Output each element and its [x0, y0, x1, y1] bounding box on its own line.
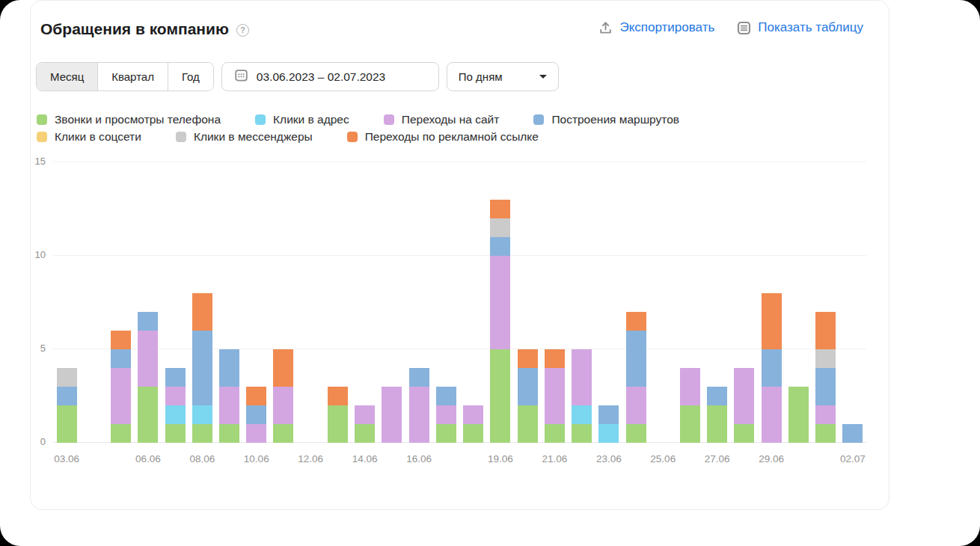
bar-segment	[490, 256, 510, 349]
bar-segment	[165, 368, 186, 387]
bar-segment	[463, 424, 483, 443]
legend-swatch-icon	[37, 132, 47, 142]
bar-segment	[572, 349, 592, 405]
granularity-value: По дням	[459, 70, 503, 83]
bar-segment	[734, 424, 754, 443]
bar-segment	[165, 424, 186, 443]
bar-segment	[598, 405, 619, 424]
legend-swatch-icon	[37, 114, 47, 125]
bar-segment	[436, 424, 456, 443]
legend-row: Клики в соцсетиКлики в мессенджерыПерехо…	[37, 130, 889, 144]
bar-segment	[328, 405, 348, 443]
x-axis-tick-label: 12.06	[298, 453, 323, 464]
bar-stack-09.06	[219, 349, 239, 443]
bar-segment	[111, 349, 131, 368]
x-axis-tick-label: 19.06	[488, 453, 513, 464]
tab-month[interactable]: Месяц	[37, 63, 97, 91]
bar-segment	[680, 405, 700, 443]
bar-segment	[842, 424, 863, 443]
bar-segment	[762, 387, 782, 443]
bar-segment	[788, 387, 809, 443]
bar-segment	[57, 368, 77, 387]
bar-segment	[815, 424, 836, 443]
date-range-input[interactable]: 03.06.2023 – 02.07.2023	[221, 62, 439, 91]
bar-segment	[734, 368, 754, 424]
card-header: Обращения в компанию ? Экспортировать	[31, 1, 889, 40]
legend-label: Звонки и просмотры телефона	[55, 113, 221, 126]
legend-label: Клики в мессенджеры	[194, 130, 313, 144]
legend-item[interactable]: Звонки и просмотры телефона	[37, 113, 221, 126]
y-axis-tick-label: 15	[19, 156, 46, 167]
bar-segment	[545, 349, 565, 368]
legend-item[interactable]: Клики в мессенджеры	[176, 130, 313, 144]
bar-stack-17.06	[436, 387, 456, 443]
bar-segment	[57, 387, 77, 405]
bar-stack-28.06	[734, 368, 754, 443]
bar-segment	[815, 368, 836, 405]
period-segmented-control: Месяц Квартал Год	[36, 62, 214, 91]
bar-stack-24.06	[626, 312, 646, 443]
legend-item[interactable]: Клики в адрес	[255, 113, 349, 126]
bar-segment	[192, 331, 212, 405]
help-icon[interactable]: ?	[236, 24, 249, 37]
bar-stack-06.06	[138, 312, 158, 443]
granularity-select[interactable]: По дням	[447, 62, 559, 91]
bar-segment	[192, 424, 212, 443]
export-label: Экспортировать	[619, 20, 714, 35]
legend-label: Переходы на сайт	[402, 113, 500, 126]
legend-swatch-icon	[384, 114, 394, 125]
bar-segment	[246, 405, 266, 424]
y-axis-tick-label: 5	[19, 343, 46, 354]
bar-stack-18.06	[463, 405, 483, 443]
x-axis-tick-label: 29.06	[759, 453, 784, 464]
legend-swatch-icon	[255, 114, 266, 125]
gridline	[53, 162, 866, 162]
bar-segment	[246, 424, 266, 443]
bar-segment	[762, 293, 782, 349]
bar-segment	[436, 405, 456, 424]
bar-segment	[111, 424, 131, 443]
bar-segment	[138, 331, 158, 387]
legend-item[interactable]: Переходы на сайт	[384, 113, 500, 126]
bar-stack-08.06	[192, 293, 212, 443]
header-actions: Экспортировать Показать таблицу	[598, 20, 863, 35]
bar-stack-22.06	[572, 349, 592, 443]
bar-segment	[762, 349, 782, 387]
bar-stack-30.06	[788, 387, 809, 443]
legend-label: Клики в соцсети	[55, 130, 141, 144]
bar-segment	[273, 349, 293, 387]
bar-segment	[273, 424, 293, 443]
bar-segment	[111, 368, 131, 424]
bar-segment	[545, 424, 565, 443]
bar-segment	[355, 424, 375, 443]
tab-quarter[interactable]: Квартал	[97, 63, 168, 91]
tab-year[interactable]: Год	[168, 63, 213, 91]
legend-item[interactable]: Построения маршрутов	[533, 113, 679, 126]
bar-segment	[707, 387, 727, 405]
title-wrap: Обращения в компанию ?	[40, 19, 249, 40]
bar-segment	[138, 312, 158, 331]
report-card: Обращения в компанию ? Экспортировать	[30, 0, 889, 510]
bar-stack-23.06	[598, 405, 619, 443]
x-axis-tick-label: 03.06	[54, 453, 79, 464]
bar-stack-05.06	[111, 331, 131, 443]
bar-stack-27.06	[707, 387, 727, 443]
legend-item[interactable]: Клики в соцсети	[37, 130, 141, 144]
legend-item[interactable]: Переходы по рекламной ссылке	[347, 130, 539, 144]
stacked-bar-chart: 05101503.0606.0608.0610.0612.0614.0616.0…	[53, 162, 866, 443]
bar-segment	[815, 405, 836, 424]
page-title: Обращения в компанию	[40, 19, 229, 40]
bar-segment	[490, 200, 510, 218]
bar-stack-10.06	[246, 387, 266, 443]
bar-segment	[273, 387, 293, 424]
x-axis-tick-label: 21.06	[542, 453, 567, 464]
bar-segment	[572, 424, 592, 443]
bar-stack-07.06	[165, 368, 186, 443]
bar-segment	[382, 387, 402, 443]
show-table-button[interactable]: Показать таблицу	[737, 20, 863, 35]
bar-segment	[518, 349, 538, 368]
bar-segment	[815, 349, 836, 368]
export-button[interactable]: Экспортировать	[598, 20, 714, 35]
bar-segment	[463, 405, 483, 424]
bar-segment	[409, 387, 429, 443]
